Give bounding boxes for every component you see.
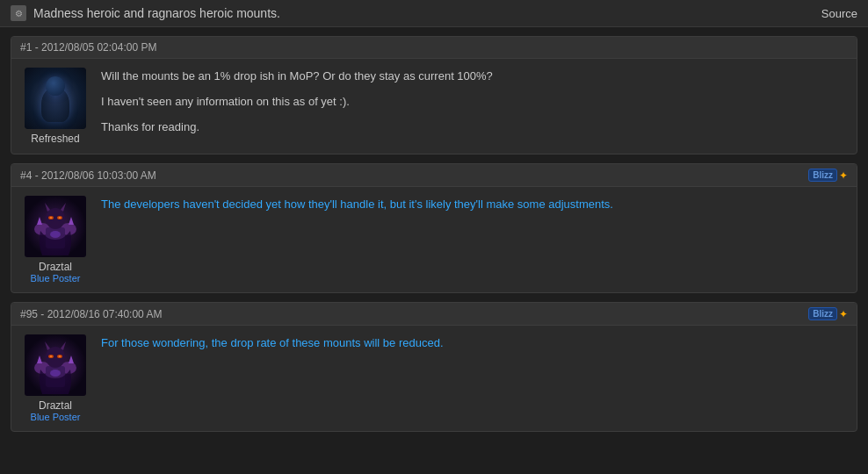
post-line-4-0: The developers haven't decided yet how t… <box>101 196 848 214</box>
username-4: Draztal <box>39 261 72 273</box>
post-header-1: #1 - 2012/08/05 02:04:00 PM <box>11 37 857 59</box>
svg-point-14 <box>59 217 61 219</box>
avatar-image-1 <box>25 68 86 129</box>
thread-icon: ⚙ <box>11 5 26 21</box>
post-card-95: #95 - 2012/08/16 07:40:00 AM Blizz ✦ <box>11 302 857 432</box>
svg-point-23 <box>46 347 65 368</box>
post-number-date-4: #4 - 2012/08/06 10:03:00 AM <box>20 169 156 182</box>
source-link[interactable]: Source <box>821 7 857 20</box>
svg-point-28 <box>50 356 53 357</box>
post-content-4: The developers haven't decided yet how t… <box>101 196 848 284</box>
svg-point-8 <box>46 208 65 229</box>
post-card-1: #1 - 2012/08/05 02:04:00 PM Refreshed Wi… <box>11 36 857 154</box>
blizzard-badge-area-4: Blizz ✦ <box>808 169 848 182</box>
header-left: ⚙ Madness heroic and ragnaros heroic mou… <box>11 5 280 21</box>
post-line-1-1: I haven't seen any information on this a… <box>101 93 848 111</box>
avatar-section-4: Draztal Blue Poster <box>20 196 90 284</box>
post-header-95: #95 - 2012/08/16 07:40:00 AM Blizz ✦ <box>11 303 857 326</box>
avatar-image-4 <box>25 196 86 257</box>
user-role-4: Blue Poster <box>31 273 81 284</box>
post-card-4: #4 - 2012/08/06 10:03:00 AM Blizz ✦ <box>11 163 857 293</box>
draztal-avatar-svg-4 <box>25 196 86 257</box>
avatar-section-1: Refreshed <box>20 68 90 145</box>
post-line-95-0: For those wondering, the drop rate of th… <box>101 334 848 353</box>
post-number-date-95: #95 - 2012/08/16 07:40:00 AM <box>20 308 162 320</box>
avatar-section-95: Draztal Blue Poster <box>20 334 90 422</box>
page-wrapper: ⚙ Madness heroic and ragnaros heroic mou… <box>0 0 868 474</box>
post-content-95: For those wondering, the drop rate of th… <box>101 334 848 422</box>
post-body-4: Draztal Blue Poster The developers haven… <box>11 187 857 292</box>
username-1: Refreshed <box>31 133 79 145</box>
post-header-4: #4 - 2012/08/06 10:03:00 AM Blizz ✦ <box>11 164 857 187</box>
avatar-silhouette <box>25 68 86 129</box>
blizz-badge-95: Blizz <box>808 307 837 320</box>
draztal-avatar-svg-95 <box>25 334 86 396</box>
user-role-95: Blue Poster <box>31 412 81 422</box>
post-body-95: Draztal Blue Poster For those wondering,… <box>11 326 857 431</box>
posts-container: #1 - 2012/08/05 02:04:00 PM Refreshed Wi… <box>0 27 868 441</box>
svg-point-7 <box>50 231 61 238</box>
post-line-1-0: Will the mounts be an 1% drop ish in MoP… <box>101 68 848 86</box>
svg-point-13 <box>50 217 53 219</box>
svg-point-22 <box>50 370 61 377</box>
blizzard-badge-area-95: Blizz ✦ <box>808 307 848 320</box>
page-title: Madness heroic and ragnaros heroic mount… <box>33 6 280 20</box>
username-95: Draztal <box>39 399 72 412</box>
blizz-star-4: ✦ <box>839 169 848 182</box>
post-body-1: Refreshed Will the mounts be an 1% drop … <box>11 59 857 154</box>
page-header: ⚙ Madness heroic and ragnaros heroic mou… <box>0 0 868 27</box>
avatar-image-95 <box>25 334 86 396</box>
blizz-star-95: ✦ <box>839 308 848 320</box>
svg-point-29 <box>59 356 61 357</box>
post-number-date-1: #1 - 2012/08/05 02:04:00 PM <box>20 41 156 54</box>
blizz-badge-4: Blizz <box>808 169 837 182</box>
post-content-1: Will the mounts be an 1% drop ish in MoP… <box>101 68 848 145</box>
post-line-1-2: Thanks for reading. <box>101 118 848 137</box>
